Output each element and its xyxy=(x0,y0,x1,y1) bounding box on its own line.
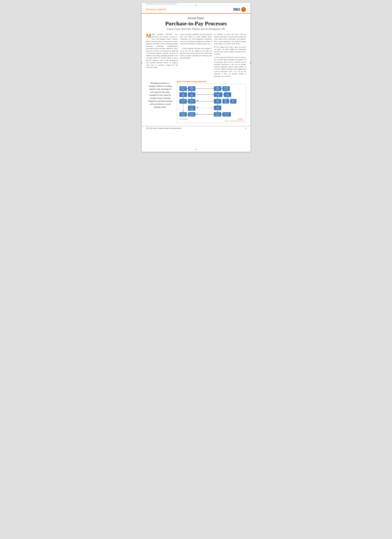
svg-text:Payment: Payment xyxy=(225,115,229,116)
main-title: Purchase-to-Pay Processes xyxy=(146,20,246,27)
svg-text:Establish: Establish xyxy=(181,87,185,88)
footer-page: 1 xyxy=(245,127,246,129)
svg-text:Establish: Establish xyxy=(224,87,228,88)
diagram-section: Fig 6: Purchase-to-pay processes xyxy=(177,80,246,123)
svg-text:Goods: Goods xyxy=(190,108,193,109)
svg-text:Supplier: Supplier xyxy=(181,89,185,90)
svg-text:Send: Send xyxy=(190,93,193,95)
svg-text:Payment: Payment xyxy=(181,115,185,116)
svg-text:lment: lment xyxy=(224,102,227,103)
drop-cap: M xyxy=(146,34,151,38)
svg-text:Invoice: Invoice xyxy=(181,101,185,102)
ing-logo: ING 🦁 xyxy=(234,7,246,12)
col2: currency payment obligations and time pa… xyxy=(180,33,212,78)
svg-text:A: A xyxy=(197,100,198,101)
svg-text:Reconcile: Reconcile xyxy=(181,100,186,101)
svg-text:Query: Query xyxy=(190,109,193,110)
svg-text:Fulfi-: Fulfi- xyxy=(225,101,227,102)
svg-text:C: C xyxy=(197,113,198,115)
col3-item-c: C. Once approved, which may need to be d… xyxy=(214,56,246,77)
diagram-title: Fig 6: Purchase-to-pay processes xyxy=(177,80,246,82)
crosshair-top xyxy=(195,4,197,7)
col3-item-a: A. Company A receives the invoice from t… xyxy=(214,33,246,45)
svg-text:Distri-: Distri- xyxy=(232,100,235,101)
source-note: Source: Asymmetric Solutions Ltd xyxy=(178,120,245,122)
svg-text:Raise: Raise xyxy=(182,93,185,95)
col2-text: currency payment obligations and time pa… xyxy=(180,33,212,59)
svg-text:Send: Send xyxy=(216,100,219,101)
col3: A. Company A receives the invoice from t… xyxy=(214,33,246,78)
svg-text:Receive: Receive xyxy=(215,113,219,114)
svg-text:Order: Order xyxy=(226,93,229,95)
svg-text:Invoice/: Invoice/ xyxy=(190,106,193,108)
svg-text:Receipt of: Receipt of xyxy=(215,93,220,95)
side-mark-left xyxy=(141,63,142,63)
col1: M aking payments efficiently, cost-effec… xyxy=(146,33,178,78)
three-col-section: M aking payments efficiently, cost-effec… xyxy=(146,33,246,78)
svg-text:bution: bution xyxy=(232,101,235,102)
svg-text:Entry: Entry xyxy=(226,95,229,96)
diagram-container: Establish Supplier Agree Pricing / terms… xyxy=(177,84,246,123)
svg-text:Approve: Approve xyxy=(181,113,185,114)
svg-text:Order: Order xyxy=(182,95,185,96)
svg-text:Receive: Receive xyxy=(190,100,193,101)
svg-text:Customer: Customer xyxy=(224,89,229,90)
svg-text:Invoice: Invoice xyxy=(190,101,193,102)
svg-text:Reconcile: Reconcile xyxy=(224,113,229,114)
bottom-section: Managing payments is a strategic element… xyxy=(146,80,246,123)
svg-text:Payment: Payment xyxy=(190,115,194,116)
svg-text:Invoice: Invoice xyxy=(216,108,219,109)
pull-quote: Managing payments is a strategic element… xyxy=(146,80,175,123)
side-mark-right xyxy=(250,63,251,63)
footer: TMI | ING Guide to Financial Supply Chai… xyxy=(142,126,250,130)
svg-text:Payment: Payment xyxy=(215,115,220,116)
col3-item-b: B. The company may wish to query the inv… xyxy=(214,46,246,55)
flow-diagram: Establish Supplier Agree Pricing / terms… xyxy=(178,85,245,117)
title-section: Section Three: Purchase-to-Pay Processes… xyxy=(146,16,246,30)
svg-text:Process: Process xyxy=(190,113,194,114)
svg-text:Order: Order xyxy=(224,100,227,101)
ing-lion-icon: 🦁 xyxy=(241,7,246,12)
footer-text: TMI | ING Guide to Financial Supply Chai… xyxy=(146,128,181,129)
svg-text:B: B xyxy=(197,107,198,108)
svg-text:Invoice: Invoice xyxy=(216,101,219,102)
section-label: Section Three: xyxy=(146,16,246,20)
svg-text:Order: Order xyxy=(217,95,220,96)
page: TMI170 ING info plat 3:Info plat.qxt 01/… xyxy=(142,3,250,152)
company-a-label: Company A xyxy=(180,118,188,120)
svg-text:terms: terms xyxy=(216,89,219,90)
supplier-label: Supplier xyxy=(238,118,243,120)
crosshair-bottom xyxy=(195,148,197,150)
svg-text:Chase: Chase xyxy=(216,107,219,108)
main-content: Section Three: Purchase-to-Pay Processes… xyxy=(142,14,250,126)
ing-text: ING xyxy=(234,7,240,12)
diagram-labels: Company A Supplier xyxy=(178,117,245,120)
svg-text:Order: Order xyxy=(190,95,193,96)
svg-text:terms: terms xyxy=(190,89,193,90)
author-line: Gregory Cronie, Head Sales, Payments and… xyxy=(146,28,246,30)
wholesale-label: WHOLESALE BANKING xyxy=(146,9,166,10)
svg-text:🦁: 🦁 xyxy=(242,7,245,11)
